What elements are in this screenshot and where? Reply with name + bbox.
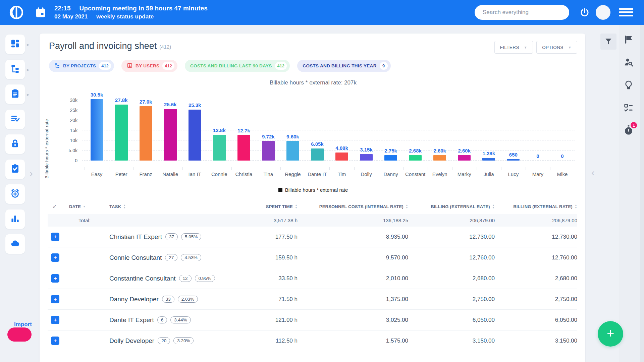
chart-bar-column: 2.75k (379, 100, 403, 161)
bar-value-label: 9.60k (286, 134, 299, 139)
add-fab-button[interactable]: + (598, 321, 623, 347)
bar-danny[interactable] (384, 155, 397, 161)
bar-chart-icon (10, 214, 20, 225)
sidebar-item-dashboard-grid[interactable] (5, 35, 25, 54)
total-billing-b: 206,879.00 (495, 218, 577, 223)
cell-billing-a: 6,050.00 (408, 317, 495, 323)
user-avatar[interactable] (596, 5, 610, 20)
bar-dante-it[interactable] (311, 148, 324, 161)
menu-icon[interactable] (619, 8, 633, 17)
table-row[interactable]: + Danny Developer 33 2.03% 71.50 h 1,375… (48, 289, 577, 310)
bar-value-label: 25.6k (164, 102, 177, 107)
table-row[interactable]: + Christian IT Expert 37 5.05% 177.50 h … (48, 227, 577, 247)
cell-spent-time: 177.50 h (234, 234, 298, 240)
legend-label[interactable]: Billable hours * external rate (285, 187, 348, 193)
lock-icon (10, 138, 20, 150)
sidebar-expand-chevron-icon[interactable]: › (30, 168, 33, 179)
column-header-date[interactable]: DATE▼ (69, 204, 109, 209)
cell-billing-b: 12,730.00 (495, 234, 577, 240)
cell-billing-a: 12,760.00 (408, 254, 495, 261)
cell-spent-time: 33.50 h (234, 275, 298, 282)
panel-collapse-chevron-icon[interactable]: ‹ (591, 167, 595, 178)
cell-billing-a: 12,730.00 (408, 234, 495, 240)
tab-count-badge: 412 (99, 62, 111, 70)
chart-y-tick: 20k (70, 118, 77, 123)
bar-value-label: 30.5k (91, 92, 103, 98)
flag-icon[interactable] (623, 34, 635, 46)
bar-natalie[interactable] (164, 109, 177, 161)
options-button[interactable]: OPTIONS▼ (536, 41, 577, 54)
sidebar-item-alarm-plus[interactable] (5, 184, 25, 204)
filters-button[interactable]: FILTERS▼ (494, 41, 533, 54)
task-name: Constantine Consultant (109, 275, 176, 282)
bar-value-label: 2.68k (409, 148, 422, 154)
expand-row-button[interactable]: + (51, 274, 59, 283)
sidebar-item-lock[interactable] (5, 134, 25, 154)
submenu-chevron-icon[interactable]: ▸ (27, 92, 30, 98)
bar-christia[interactable] (237, 135, 250, 161)
bar-chart: 05.0k10k15k20k25k30k30.5k27.8k27.0k25.6k… (85, 100, 575, 177)
power-icon[interactable] (580, 7, 590, 17)
bar-reggie[interactable] (286, 141, 299, 161)
task-percent-badge: 0.95% (195, 275, 215, 282)
bar-peter[interactable] (115, 105, 128, 161)
task-count-badge: 27 (165, 254, 177, 261)
expand-row-button[interactable]: + (51, 295, 59, 303)
bar-ian-it[interactable] (189, 110, 201, 161)
bar-dolly[interactable] (360, 154, 373, 161)
bar-julia[interactable] (482, 158, 495, 161)
column-header-personnel-costs-internal-rate-[interactable]: PERSONNEL COSTS (INTERNAL RATE)▲▼ (298, 204, 408, 209)
funnel-icon[interactable] (600, 34, 616, 50)
calendar-icon[interactable] (35, 7, 46, 18)
chart-x-tick-label: Franz (133, 171, 158, 177)
table-row[interactable]: + Dante IT Expert 6 3.44% 121.00 h 3,025… (48, 310, 577, 330)
sidebar-item-cloud[interactable] (5, 234, 25, 254)
expand-row-button[interactable]: + (51, 316, 59, 324)
bar-tina[interactable] (262, 141, 275, 161)
tab-by-users[interactable]: BY USERS412 (121, 60, 177, 72)
app-logo-icon[interactable] (9, 5, 24, 20)
tab-costs-and-billing-last-90-days[interactable]: COSTS AND BILLING LAST 90 DAYS412 (185, 60, 290, 72)
sidebar-item-list-check[interactable] (5, 110, 25, 129)
import-notification-pill[interactable] (7, 327, 32, 342)
submenu-chevron-icon[interactable]: ▸ (27, 42, 30, 48)
task-percent-badge: 3.20% (173, 337, 194, 344)
bar-value-label: 2.75k (384, 148, 397, 154)
table-row[interactable]: + Dolly Developer 20 3.20% 112.50 h 1,57… (48, 330, 577, 351)
bar-value-label: 25.3k (189, 102, 201, 108)
column-header-billing-external-rate-[interactable]: BILLING (EXTERNAL RATE)▲▼ (495, 204, 577, 209)
sidebar-item-bar-chart[interactable] (5, 209, 25, 229)
bar-franz[interactable] (140, 106, 152, 161)
chart-bar-column: 2.60k (452, 100, 477, 161)
sidebar-item-clipboard-check[interactable] (5, 160, 25, 179)
person-search-icon[interactable] (623, 57, 635, 68)
column-header-spent-time[interactable]: SPENT TIME▲▼ (234, 204, 298, 209)
sidebar-item-hierarchy[interactable] (5, 60, 25, 79)
select-all-check-icon[interactable]: ✓ (48, 203, 69, 210)
chevron-down-icon: ▼ (524, 46, 527, 49)
bar-lucy[interactable] (507, 159, 520, 161)
import-link[interactable]: Import (14, 321, 32, 328)
column-header-task[interactable]: TASK▲▼ (109, 204, 234, 209)
expand-row-button[interactable]: + (51, 233, 59, 241)
checklist-icon[interactable] (623, 103, 635, 114)
total-personnel-costs: 136,188.25 (298, 218, 408, 223)
table-row[interactable]: + Connie Consultant 27 4.53% 159.50 h 9,… (48, 247, 577, 268)
bar-connie[interactable] (213, 135, 226, 161)
tab-by-projects[interactable]: BY PROJECTS412 (49, 60, 114, 72)
table-row[interactable]: + Constantine Consultant 12 0.95% 33.50 … (48, 268, 577, 289)
bar-evelyn[interactable] (433, 155, 446, 161)
task-name: Dante IT Expert (109, 316, 154, 324)
sidebar-item-clipboard[interactable] (5, 84, 25, 104)
bar-tim[interactable] (335, 153, 348, 161)
bar-easy[interactable] (91, 99, 103, 161)
submenu-chevron-icon[interactable]: ▸ (27, 67, 30, 73)
bar-constant[interactable] (409, 155, 422, 161)
bar-marky[interactable] (458, 155, 471, 161)
lightbulb-icon[interactable] (623, 80, 635, 91)
search-input[interactable] (475, 5, 569, 20)
expand-row-button[interactable]: + (51, 337, 59, 345)
column-header-billing-external-rate-[interactable]: BILLING (EXTERNAL RATE)▲▼ (408, 204, 495, 209)
expand-row-button[interactable]: + (51, 253, 59, 262)
tab-costs-and-billing-this-year[interactable]: COSTS AND BILLING THIS YEAR9 (297, 60, 390, 72)
